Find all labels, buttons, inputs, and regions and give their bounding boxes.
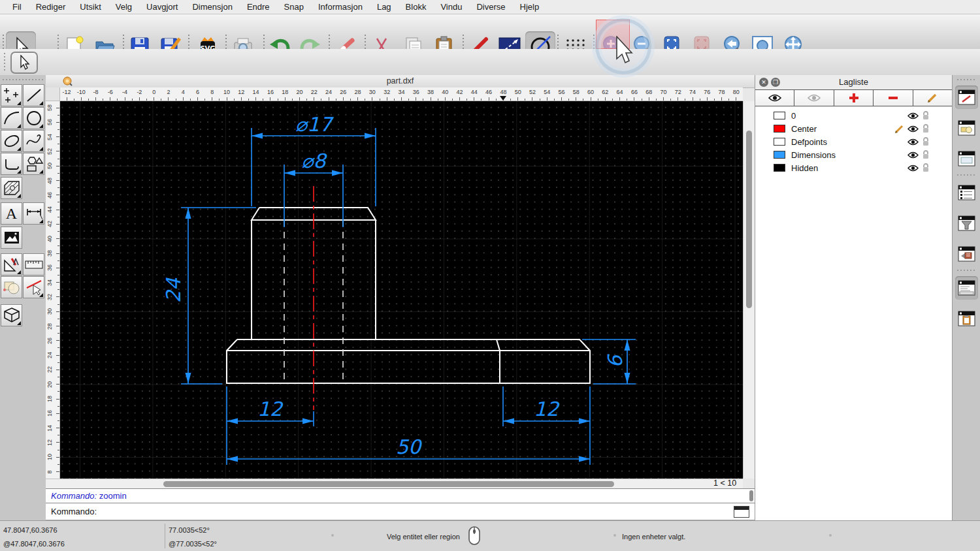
menu-item-hjelp[interactable]: Hjelp <box>513 2 547 12</box>
command-input-line[interactable]: Kommando: <box>46 503 755 520</box>
vertical-scrollbar-thumb[interactable] <box>746 131 752 308</box>
layer-row-center[interactable]: Center <box>755 122 952 135</box>
eye-closed-icon <box>808 94 821 102</box>
view-list-panel-button[interactable] <box>955 147 978 170</box>
menu-item-rediger[interactable]: Rediger <box>29 2 73 12</box>
ruler-tick <box>161 99 161 101</box>
ruler-label: 46 <box>46 189 53 202</box>
horizontal-scrollbar-thumb[interactable] <box>163 481 614 487</box>
layer-visibility-icon[interactable] <box>907 151 919 159</box>
layer-color-swatch[interactable] <box>774 164 785 172</box>
image-tool-button[interactable] <box>1 227 22 249</box>
close-panel-icon[interactable]: ✕ <box>759 78 768 87</box>
show-all-layers-button[interactable] <box>755 90 794 106</box>
ruler-label: 46 <box>482 89 495 95</box>
ruler-tick <box>81 97 82 101</box>
hide-all-layers-button[interactable] <box>794 90 834 106</box>
ruler-label: 2 <box>162 89 175 95</box>
selection-filter-panel-button[interactable] <box>955 212 978 235</box>
layer-row-dimensions[interactable]: Dimensions <box>755 148 952 161</box>
layer-color-swatch[interactable] <box>774 138 785 146</box>
hatch-tool-button[interactable] <box>1 177 22 199</box>
history-scrollbar-thumb[interactable] <box>749 490 753 501</box>
menu-item-utsikt[interactable]: Utsikt <box>73 2 108 12</box>
ruler-tick <box>685 99 685 101</box>
layer-lock-icon[interactable] <box>922 137 930 146</box>
menu-item-uavgjort[interactable]: Uavgjort <box>139 2 185 12</box>
draw-settings-button[interactable] <box>1 253 22 276</box>
menu-item-diverse[interactable]: Diverse <box>469 2 512 12</box>
menu-item-fil[interactable]: Fil <box>5 2 29 12</box>
menu-item-velg[interactable]: Velg <box>108 2 139 12</box>
measure-tool-button[interactable] <box>23 253 44 276</box>
layer-row-icons <box>894 124 930 134</box>
layer-visibility-icon[interactable] <box>907 165 919 172</box>
document-titlebar[interactable]: part.dxf <box>46 75 755 88</box>
layer-panel-header: ✕ ❐ Lagliste <box>755 75 952 89</box>
layer-color-swatch[interactable] <box>774 151 785 159</box>
line-tool-button[interactable] <box>23 84 44 106</box>
ruler-label: 28 <box>351 89 365 95</box>
library-browser-panel-button[interactable] <box>955 242 978 266</box>
command-history-label: Kommando: <box>51 491 97 501</box>
menu-item-lag[interactable]: Lag <box>370 2 399 12</box>
ruler-tick <box>56 151 59 151</box>
dimension-tool-button[interactable] <box>23 202 44 225</box>
ruler-tick <box>591 97 591 101</box>
ellipse-tool-button[interactable] <box>1 130 22 152</box>
detach-console-icon[interactable] <box>734 506 749 518</box>
layer-lock-icon[interactable] <box>922 150 930 159</box>
drawing-canvas[interactable]: ⌀17 ⌀8 24 12 12 50 6 <box>60 101 743 479</box>
ruler-label: 54 <box>540 89 553 95</box>
document-title: part.dxf <box>46 75 755 87</box>
command-line-panel-button[interactable] <box>955 276 978 300</box>
property-editor-panel-button[interactable] <box>955 86 978 109</box>
menu-item-blokk[interactable]: Blokk <box>399 2 434 12</box>
layer-list-panel-button[interactable] <box>955 181 978 204</box>
spline-tool-button[interactable] <box>23 130 44 152</box>
modify-tool-button[interactable] <box>1 276 22 298</box>
clipboard-panel-button[interactable] <box>955 307 978 330</box>
add-layer-button[interactable] <box>834 90 874 106</box>
menu-item-endre[interactable]: Endre <box>240 2 277 12</box>
ruler-tick <box>292 99 293 101</box>
text-tool-button[interactable]: A <box>1 202 22 225</box>
ruler-tick <box>219 99 220 101</box>
ruler-tick <box>56 195 59 195</box>
remove-layer-button[interactable] <box>874 90 913 106</box>
vertical-scrollbar[interactable] <box>743 101 755 479</box>
layer-color-swatch[interactable] <box>774 125 785 133</box>
menu-item-dimensjon[interactable]: Dimensjon <box>185 2 239 12</box>
menu-item-informasjon[interactable]: Informasjon <box>311 2 370 12</box>
arc-tool-button[interactable] <box>1 107 22 129</box>
layer-lock-icon[interactable] <box>922 111 930 120</box>
float-panel-icon[interactable]: ❐ <box>771 78 780 87</box>
menu-item-vindu[interactable]: Vindu <box>433 2 469 12</box>
layer-row-defpoints[interactable]: Defpoints <box>755 135 952 148</box>
ruler-tick <box>306 99 307 101</box>
layer-row-0[interactable]: 0 <box>755 109 952 122</box>
layer-color-swatch[interactable] <box>774 112 785 119</box>
layer-visibility-icon[interactable] <box>907 125 919 133</box>
block-list-panel-button[interactable] <box>955 116 978 140</box>
ruler-tick <box>299 97 300 101</box>
menu-item-snap[interactable]: Snap <box>277 2 311 12</box>
edge-select-button[interactable] <box>23 276 44 298</box>
layer-lock-icon[interactable] <box>922 163 930 172</box>
library-browser-icon <box>958 246 975 262</box>
circle-draw-button[interactable] <box>23 107 44 129</box>
solid-tool-button[interactable] <box>1 304 22 326</box>
ruler-label: 14 <box>250 89 263 95</box>
shapes-tool-button[interactable] <box>23 153 44 175</box>
ruler-tick <box>372 97 372 101</box>
horizontal-scrollbar[interactable] <box>46 479 743 488</box>
layer-row-hidden[interactable]: Hidden <box>755 161 952 174</box>
layer-visibility-icon[interactable] <box>907 138 919 146</box>
edit-layer-button[interactable] <box>913 90 952 106</box>
ruler-tick <box>408 99 409 101</box>
polyline-tool-button[interactable] <box>1 153 22 175</box>
layer-visibility-icon[interactable] <box>907 112 919 119</box>
layer-lock-icon[interactable] <box>922 124 930 133</box>
point-tool-button[interactable] <box>1 84 22 106</box>
cad-select-button[interactable] <box>10 52 38 74</box>
